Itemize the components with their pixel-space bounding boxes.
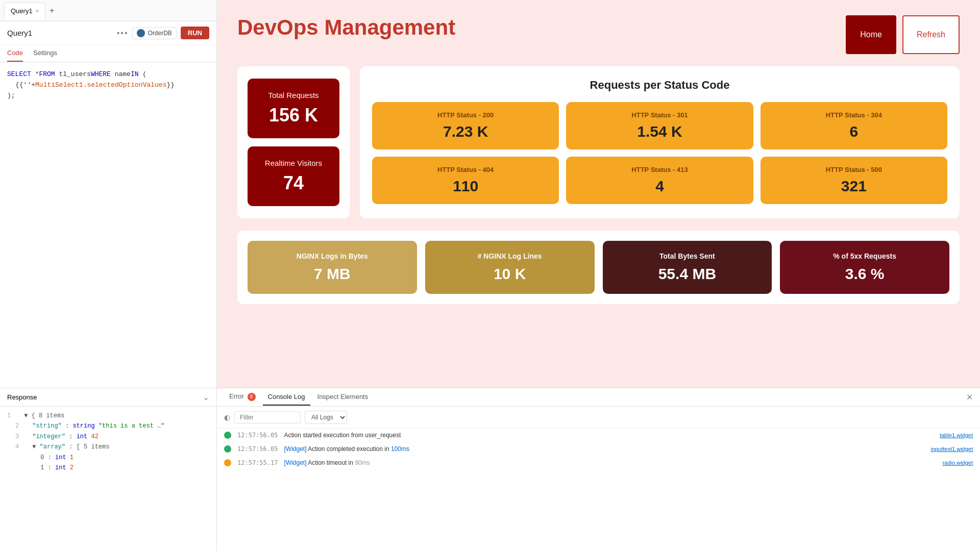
home-button[interactable]: Home [846, 15, 896, 54]
widget-tag-3: [Widget] [284, 459, 306, 466]
status-label-0: HTTP Status - 200 [382, 111, 549, 119]
main-content: DevOps Management Home Refresh Total Req… [217, 0, 980, 388]
status-grid: HTTP Status - 2007.23 KHTTP Status - 301… [372, 102, 947, 204]
status-section: Requests per Status Code HTTP Status - 2… [360, 66, 960, 218]
status-label-4: HTTP Status - 413 [576, 166, 743, 173]
log-row-3: 12:57:55.17 [Widget] Action timeout in 9… [217, 456, 980, 470]
left-stats-panel: Total Requests 156 K Realtime Visitors 7… [237, 66, 350, 218]
status-card-5: HTTP Status - 500321 [761, 157, 947, 204]
tab-inspect-elements[interactable]: Inspect Elements [312, 389, 374, 406]
response-body: 1 ▼ { 8 items 2 "string" : string "this … [0, 407, 216, 551]
filter-input[interactable] [234, 411, 301, 423]
tab-error[interactable]: Error 8 [224, 388, 261, 406]
response-line-2: 2 "string" : string "this is a test …" [7, 421, 209, 431]
success-icon-1 [224, 432, 231, 439]
page-title: DevOps Management [237, 15, 455, 40]
code-line-1: SELECT * FROM tl_users WHERE name IN ( [7, 69, 209, 80]
add-tab-button[interactable]: + [45, 4, 58, 17]
realtime-visitors-label: Realtime Visitors [262, 159, 325, 167]
metric-card-2: Total Bytes Sent55.4 MB [603, 241, 772, 294]
response-line-3: 3 "integer" : int 42 [7, 432, 209, 442]
status-section-title: Requests per Status Code [372, 79, 947, 92]
log-message-1: Action started execution from user_reque… [284, 432, 934, 439]
main-header: DevOps Management Home Refresh [237, 15, 960, 54]
status-card-2: HTTP Status - 3046 [761, 102, 947, 149]
tab-close-icon[interactable]: × [36, 8, 39, 14]
query-header: Query1 ••• OrderDB RUN [0, 21, 216, 45]
metric-value-1: 10 K [435, 265, 584, 283]
status-value-1: 1.54 K [576, 123, 743, 140]
metrics-section: NGINX Logs in Bytes7 MB# NGINX Log Lines… [237, 231, 960, 304]
total-requests-card: Total Requests 156 K [248, 79, 339, 138]
metric-label-1: # NGINX Log Lines [435, 252, 584, 260]
widget-tag-2: [Widget] [284, 445, 306, 453]
response-title: Response [7, 393, 37, 401]
tab-console-log[interactable]: Console Log [263, 389, 310, 406]
status-label-5: HTTP Status - 500 [771, 166, 937, 173]
code-line-2: {{ '' + MultiSelect1.selectedOptionValue… [7, 80, 209, 91]
metric-label-0: NGINX Logs in Bytes [258, 252, 407, 260]
query-title: Query1 [7, 29, 32, 37]
metric-label-3: % of 5xx Requests [790, 252, 939, 260]
console-close-button[interactable]: ✕ [966, 392, 973, 402]
query-tab[interactable]: Query1 × [4, 3, 45, 19]
response-toggle-button[interactable]: ⌄ [203, 392, 209, 402]
status-value-2: 6 [771, 123, 937, 140]
total-requests-label: Total Requests [262, 91, 325, 99]
metric-card-1: # NGINX Log Lines10 K [425, 241, 595, 294]
inspect-elements-label: Inspect Elements [317, 393, 369, 400]
console-filter-bar: ◐ All Logs Error Warning Info [217, 407, 980, 429]
code-tabs: Code Settings [0, 45, 216, 62]
status-card-0: HTTP Status - 2007.23 K [372, 102, 559, 149]
status-card-3: HTTP Status - 404110 [372, 157, 559, 204]
status-label-1: HTTP Status - 301 [576, 111, 743, 119]
query-actions: ••• OrderDB RUN [117, 27, 209, 39]
console-body: 12:57:56.05 Action started execution fro… [217, 429, 980, 552]
log-time-3: 12:57:55.17 [237, 459, 278, 466]
bottom-metrics: NGINX Logs in Bytes7 MB# NGINX Log Lines… [248, 241, 949, 294]
code-line-3: ); [7, 91, 209, 102]
log-source-1[interactable]: table1.widget [940, 432, 973, 438]
log-source-2[interactable]: inputtext1.widget [930, 446, 973, 452]
metric-card-3: % of 5xx Requests3.6 % [780, 241, 949, 294]
db-name-label: OrderDB [148, 30, 172, 37]
code-editor[interactable]: SELECT * FROM tl_users WHERE name IN ( {… [0, 62, 216, 388]
response-line-5: 0 : int 1 [7, 453, 209, 463]
db-badge[interactable]: OrderDB [132, 27, 176, 39]
console-log-label: Console Log [268, 393, 305, 400]
tab-bar: Query1 × + [0, 0, 216, 21]
metric-value-3: 3.6 % [790, 265, 939, 283]
status-value-5: 321 [771, 178, 937, 195]
metric-label-2: Total Bytes Sent [613, 252, 762, 260]
response-header: Response ⌄ [0, 388, 216, 407]
metric-value-0: 7 MB [258, 265, 407, 283]
status-label-2: HTTP Status - 304 [771, 111, 937, 119]
status-label-3: HTTP Status - 404 [382, 166, 549, 173]
top-section: Total Requests 156 K Realtime Visitors 7… [237, 66, 960, 218]
refresh-button[interactable]: Refresh [902, 15, 960, 54]
more-options-button[interactable]: ••• [117, 29, 129, 38]
status-card-1: HTTP Status - 3011.54 K [566, 102, 753, 149]
sidebar: Query1 × + Query1 ••• OrderDB RUN Code S… [0, 0, 217, 388]
log-time-1: 12:57:56.05 [237, 432, 278, 439]
warning-icon-3 [224, 459, 231, 466]
log-row-2: 12:57:56.05 [Widget] Action completed ex… [217, 442, 980, 456]
log-row-1: 12:57:56.05 Action started execution fro… [217, 429, 980, 442]
console-tabs: Error 8 Console Log Inspect Elements ✕ [217, 388, 980, 407]
log-source-3[interactable]: radio.widget [943, 460, 973, 466]
realtime-visitors-value: 74 [262, 172, 325, 194]
query-tab-label: Query1 [11, 7, 33, 15]
status-value-3: 110 [382, 178, 549, 195]
log-time-2: 12:57:56.05 [237, 445, 278, 453]
run-button[interactable]: RUN [181, 27, 209, 39]
error-badge: 8 [248, 393, 256, 401]
tab-settings[interactable]: Settings [33, 45, 57, 62]
status-value-4: 4 [576, 178, 743, 195]
realtime-visitors-card: Realtime Visitors 74 [248, 146, 339, 206]
tab-code[interactable]: Code [7, 45, 23, 62]
response-line-6: 1 : int 2 [7, 463, 209, 473]
error-tab-label: Error [229, 392, 244, 400]
log-message-3: [Widget] Action timeout in 90ms [284, 459, 936, 466]
log-level-select[interactable]: All Logs Error Warning Info [305, 411, 347, 424]
response-line-4: 4 ▼ "array" : [ 5 items [7, 442, 209, 452]
